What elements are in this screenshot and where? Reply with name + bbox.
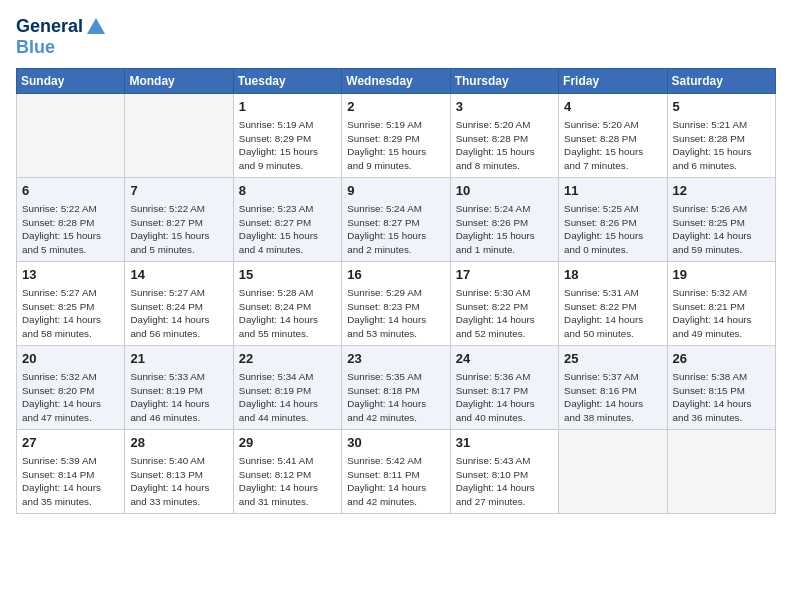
col-header-monday: Monday bbox=[125, 68, 233, 93]
calendar-week-row: 6Sunrise: 5:22 AM Sunset: 8:28 PM Daylig… bbox=[17, 177, 776, 261]
day-info: Sunrise: 5:34 AM Sunset: 8:19 PM Dayligh… bbox=[239, 370, 336, 425]
day-number: 4 bbox=[564, 98, 661, 116]
day-info: Sunrise: 5:33 AM Sunset: 8:19 PM Dayligh… bbox=[130, 370, 227, 425]
calendar-cell: 28Sunrise: 5:40 AM Sunset: 8:13 PM Dayli… bbox=[125, 429, 233, 513]
calendar-cell: 9Sunrise: 5:24 AM Sunset: 8:27 PM Daylig… bbox=[342, 177, 450, 261]
day-info: Sunrise: 5:22 AM Sunset: 8:28 PM Dayligh… bbox=[22, 202, 119, 257]
calendar-cell bbox=[667, 429, 775, 513]
calendar-cell: 25Sunrise: 5:37 AM Sunset: 8:16 PM Dayli… bbox=[559, 345, 667, 429]
calendar-cell: 1Sunrise: 5:19 AM Sunset: 8:29 PM Daylig… bbox=[233, 93, 341, 177]
day-number: 2 bbox=[347, 98, 444, 116]
day-info: Sunrise: 5:32 AM Sunset: 8:21 PM Dayligh… bbox=[673, 286, 770, 341]
day-number: 22 bbox=[239, 350, 336, 368]
day-number: 29 bbox=[239, 434, 336, 452]
calendar-cell: 18Sunrise: 5:31 AM Sunset: 8:22 PM Dayli… bbox=[559, 261, 667, 345]
day-number: 26 bbox=[673, 350, 770, 368]
day-number: 21 bbox=[130, 350, 227, 368]
day-info: Sunrise: 5:20 AM Sunset: 8:28 PM Dayligh… bbox=[456, 118, 553, 173]
calendar-cell: 23Sunrise: 5:35 AM Sunset: 8:18 PM Dayli… bbox=[342, 345, 450, 429]
day-number: 15 bbox=[239, 266, 336, 284]
day-number: 11 bbox=[564, 182, 661, 200]
logo: General Blue bbox=[16, 16, 109, 58]
calendar-cell: 5Sunrise: 5:21 AM Sunset: 8:28 PM Daylig… bbox=[667, 93, 775, 177]
calendar-cell: 14Sunrise: 5:27 AM Sunset: 8:24 PM Dayli… bbox=[125, 261, 233, 345]
day-info: Sunrise: 5:23 AM Sunset: 8:27 PM Dayligh… bbox=[239, 202, 336, 257]
calendar-week-row: 13Sunrise: 5:27 AM Sunset: 8:25 PM Dayli… bbox=[17, 261, 776, 345]
calendar-cell: 10Sunrise: 5:24 AM Sunset: 8:26 PM Dayli… bbox=[450, 177, 558, 261]
calendar-cell: 17Sunrise: 5:30 AM Sunset: 8:22 PM Dayli… bbox=[450, 261, 558, 345]
day-info: Sunrise: 5:27 AM Sunset: 8:25 PM Dayligh… bbox=[22, 286, 119, 341]
day-number: 9 bbox=[347, 182, 444, 200]
day-info: Sunrise: 5:32 AM Sunset: 8:20 PM Dayligh… bbox=[22, 370, 119, 425]
day-info: Sunrise: 5:40 AM Sunset: 8:13 PM Dayligh… bbox=[130, 454, 227, 509]
day-number: 28 bbox=[130, 434, 227, 452]
day-number: 31 bbox=[456, 434, 553, 452]
col-header-saturday: Saturday bbox=[667, 68, 775, 93]
page-header: General Blue bbox=[16, 16, 776, 58]
calendar-header-row: SundayMondayTuesdayWednesdayThursdayFrid… bbox=[17, 68, 776, 93]
day-info: Sunrise: 5:35 AM Sunset: 8:18 PM Dayligh… bbox=[347, 370, 444, 425]
col-header-sunday: Sunday bbox=[17, 68, 125, 93]
calendar-cell: 4Sunrise: 5:20 AM Sunset: 8:28 PM Daylig… bbox=[559, 93, 667, 177]
calendar-cell: 13Sunrise: 5:27 AM Sunset: 8:25 PM Dayli… bbox=[17, 261, 125, 345]
day-number: 17 bbox=[456, 266, 553, 284]
day-number: 14 bbox=[130, 266, 227, 284]
day-info: Sunrise: 5:21 AM Sunset: 8:28 PM Dayligh… bbox=[673, 118, 770, 173]
calendar-cell: 11Sunrise: 5:25 AM Sunset: 8:26 PM Dayli… bbox=[559, 177, 667, 261]
day-number: 18 bbox=[564, 266, 661, 284]
col-header-tuesday: Tuesday bbox=[233, 68, 341, 93]
col-header-friday: Friday bbox=[559, 68, 667, 93]
day-info: Sunrise: 5:20 AM Sunset: 8:28 PM Dayligh… bbox=[564, 118, 661, 173]
day-info: Sunrise: 5:43 AM Sunset: 8:10 PM Dayligh… bbox=[456, 454, 553, 509]
day-number: 3 bbox=[456, 98, 553, 116]
day-info: Sunrise: 5:29 AM Sunset: 8:23 PM Dayligh… bbox=[347, 286, 444, 341]
calendar-cell: 16Sunrise: 5:29 AM Sunset: 8:23 PM Dayli… bbox=[342, 261, 450, 345]
calendar-cell bbox=[125, 93, 233, 177]
calendar-cell: 8Sunrise: 5:23 AM Sunset: 8:27 PM Daylig… bbox=[233, 177, 341, 261]
day-info: Sunrise: 5:27 AM Sunset: 8:24 PM Dayligh… bbox=[130, 286, 227, 341]
day-info: Sunrise: 5:19 AM Sunset: 8:29 PM Dayligh… bbox=[239, 118, 336, 173]
day-info: Sunrise: 5:37 AM Sunset: 8:16 PM Dayligh… bbox=[564, 370, 661, 425]
calendar-cell: 26Sunrise: 5:38 AM Sunset: 8:15 PM Dayli… bbox=[667, 345, 775, 429]
calendar-cell: 15Sunrise: 5:28 AM Sunset: 8:24 PM Dayli… bbox=[233, 261, 341, 345]
day-number: 1 bbox=[239, 98, 336, 116]
day-info: Sunrise: 5:31 AM Sunset: 8:22 PM Dayligh… bbox=[564, 286, 661, 341]
col-header-thursday: Thursday bbox=[450, 68, 558, 93]
calendar-cell: 21Sunrise: 5:33 AM Sunset: 8:19 PM Dayli… bbox=[125, 345, 233, 429]
calendar-cell: 22Sunrise: 5:34 AM Sunset: 8:19 PM Dayli… bbox=[233, 345, 341, 429]
calendar-week-row: 20Sunrise: 5:32 AM Sunset: 8:20 PM Dayli… bbox=[17, 345, 776, 429]
day-info: Sunrise: 5:41 AM Sunset: 8:12 PM Dayligh… bbox=[239, 454, 336, 509]
day-info: Sunrise: 5:22 AM Sunset: 8:27 PM Dayligh… bbox=[130, 202, 227, 257]
day-info: Sunrise: 5:24 AM Sunset: 8:26 PM Dayligh… bbox=[456, 202, 553, 257]
calendar-week-row: 1Sunrise: 5:19 AM Sunset: 8:29 PM Daylig… bbox=[17, 93, 776, 177]
day-info: Sunrise: 5:26 AM Sunset: 8:25 PM Dayligh… bbox=[673, 202, 770, 257]
day-info: Sunrise: 5:30 AM Sunset: 8:22 PM Dayligh… bbox=[456, 286, 553, 341]
calendar-cell: 29Sunrise: 5:41 AM Sunset: 8:12 PM Dayli… bbox=[233, 429, 341, 513]
day-info: Sunrise: 5:42 AM Sunset: 8:11 PM Dayligh… bbox=[347, 454, 444, 509]
day-number: 24 bbox=[456, 350, 553, 368]
day-number: 12 bbox=[673, 182, 770, 200]
day-number: 7 bbox=[130, 182, 227, 200]
day-number: 30 bbox=[347, 434, 444, 452]
calendar-cell: 24Sunrise: 5:36 AM Sunset: 8:17 PM Dayli… bbox=[450, 345, 558, 429]
calendar-cell: 27Sunrise: 5:39 AM Sunset: 8:14 PM Dayli… bbox=[17, 429, 125, 513]
calendar-cell: 6Sunrise: 5:22 AM Sunset: 8:28 PM Daylig… bbox=[17, 177, 125, 261]
calendar-cell: 31Sunrise: 5:43 AM Sunset: 8:10 PM Dayli… bbox=[450, 429, 558, 513]
calendar-week-row: 27Sunrise: 5:39 AM Sunset: 8:14 PM Dayli… bbox=[17, 429, 776, 513]
day-number: 10 bbox=[456, 182, 553, 200]
calendar-table: SundayMondayTuesdayWednesdayThursdayFrid… bbox=[16, 68, 776, 514]
svg-marker-0 bbox=[87, 18, 105, 34]
day-number: 5 bbox=[673, 98, 770, 116]
calendar-cell bbox=[17, 93, 125, 177]
day-info: Sunrise: 5:38 AM Sunset: 8:15 PM Dayligh… bbox=[673, 370, 770, 425]
calendar-cell: 19Sunrise: 5:32 AM Sunset: 8:21 PM Dayli… bbox=[667, 261, 775, 345]
day-info: Sunrise: 5:25 AM Sunset: 8:26 PM Dayligh… bbox=[564, 202, 661, 257]
day-info: Sunrise: 5:19 AM Sunset: 8:29 PM Dayligh… bbox=[347, 118, 444, 173]
day-number: 13 bbox=[22, 266, 119, 284]
calendar-cell: 3Sunrise: 5:20 AM Sunset: 8:28 PM Daylig… bbox=[450, 93, 558, 177]
logo-blue: Blue bbox=[16, 38, 109, 58]
day-number: 16 bbox=[347, 266, 444, 284]
day-number: 19 bbox=[673, 266, 770, 284]
logo-text: General bbox=[16, 16, 109, 38]
logo-icon bbox=[85, 16, 107, 38]
